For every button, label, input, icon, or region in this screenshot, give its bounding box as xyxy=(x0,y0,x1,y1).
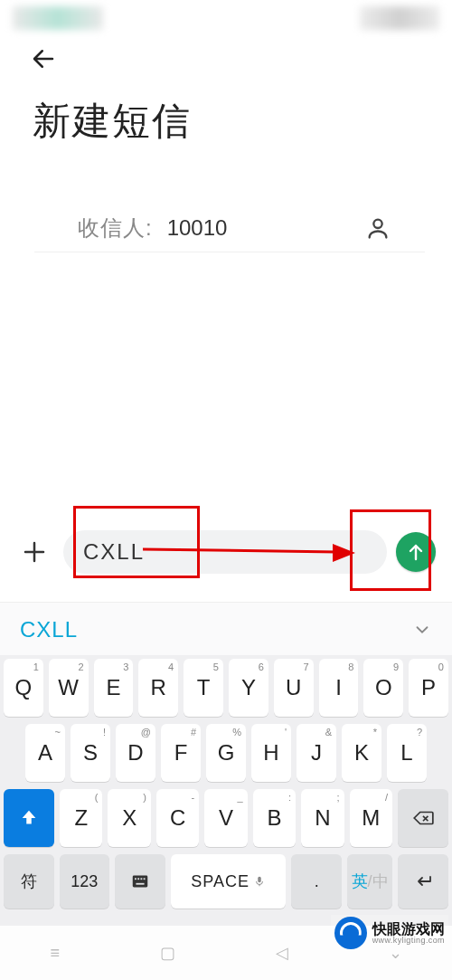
key-secondary: ) xyxy=(143,792,146,803)
key-t[interactable]: T5 xyxy=(184,659,223,717)
recipient-row: 收信人: 10010 xyxy=(34,170,425,252)
keyboard: Q1W2E3R4T5Y6U7I8O9P0 A~S!D@F#G%H'J&K*L? … xyxy=(0,655,452,926)
nav-bar xyxy=(0,36,452,81)
key-secondary: 8 xyxy=(348,661,353,672)
arrow-left-icon xyxy=(30,45,57,72)
key-k[interactable]: K* xyxy=(342,724,381,782)
shift-key[interactable] xyxy=(4,789,54,847)
key-secondary: * xyxy=(373,727,377,737)
status-left-blur xyxy=(13,6,103,30)
keyboard-switch-key[interactable] xyxy=(115,854,165,909)
add-attachment-button[interactable] xyxy=(14,532,54,572)
key-c[interactable]: C- xyxy=(156,789,199,847)
key-n[interactable]: N; xyxy=(301,789,344,847)
mic-icon xyxy=(253,875,266,888)
page-title: 新建短信 xyxy=(0,81,452,170)
key-m[interactable]: M/ xyxy=(350,789,392,847)
svg-point-0 xyxy=(373,220,381,228)
key-a[interactable]: A~ xyxy=(25,724,65,782)
nav-home[interactable]: ▢ xyxy=(160,943,175,963)
space-label: SPACE xyxy=(191,872,250,891)
key-secondary: # xyxy=(191,727,196,737)
key-secondary: 2 xyxy=(78,661,83,672)
key-secondary: - xyxy=(192,792,195,803)
key-p[interactable]: P0 xyxy=(409,659,448,717)
key-secondary: 5 xyxy=(213,661,219,672)
key-secondary: % xyxy=(232,727,241,737)
key-o[interactable]: O9 xyxy=(363,659,403,717)
key-secondary: ' xyxy=(285,727,287,737)
key-d[interactable]: D@ xyxy=(116,724,155,782)
key-f[interactable]: F# xyxy=(161,724,201,782)
svg-rect-6 xyxy=(140,878,142,880)
key-u[interactable]: U7 xyxy=(274,659,314,717)
watermark: 快眼游戏网 www.kyligting.com xyxy=(331,915,448,951)
key-secondary: _ xyxy=(238,792,243,803)
backspace-key[interactable] xyxy=(398,789,448,847)
watermark-name: 快眼游戏网 xyxy=(372,922,445,937)
enter-key[interactable] xyxy=(398,854,448,909)
key-secondary: 4 xyxy=(168,661,174,672)
svg-rect-4 xyxy=(135,878,137,880)
nav-back[interactable]: ◁ xyxy=(276,943,288,963)
plus-icon xyxy=(21,538,48,566)
key-e[interactable]: E3 xyxy=(94,659,134,717)
enter-icon xyxy=(412,871,434,892)
key-l[interactable]: L? xyxy=(387,724,427,782)
message-text: CXLL xyxy=(83,539,145,565)
svg-rect-7 xyxy=(144,878,146,880)
keyboard-row-1: Q1W2E3R4T5Y6U7I8O9P0 xyxy=(4,659,448,717)
keyboard-row-2: A~S!D@F#G%H'J&K*L? xyxy=(4,724,448,782)
key-secondary: & xyxy=(325,727,332,737)
key-s[interactable]: S! xyxy=(71,724,110,782)
suggestion-text[interactable]: CXLL xyxy=(20,617,412,642)
watermark-logo-icon xyxy=(334,917,367,949)
key-secondary: ? xyxy=(417,727,422,737)
space-key[interactable]: SPACE xyxy=(171,854,287,909)
key-secondary: 1 xyxy=(33,661,39,672)
suggestion-bar: CXLL xyxy=(0,602,452,656)
period-key[interactable]: . xyxy=(291,854,342,909)
key-v[interactable]: V_ xyxy=(204,789,247,847)
key-j[interactable]: J& xyxy=(297,724,336,782)
keyboard-row-4: 符 123 SPACE . 英/中 xyxy=(4,854,448,909)
recipient-input[interactable]: 10010 xyxy=(167,215,363,241)
key-secondary: / xyxy=(385,792,388,803)
numeric-key[interactable]: 123 xyxy=(60,854,110,909)
person-icon xyxy=(365,215,391,241)
symbol-key[interactable]: 符 xyxy=(4,854,54,909)
lang-active: 英 xyxy=(352,871,368,892)
svg-rect-8 xyxy=(136,883,144,885)
language-toggle-key[interactable]: 英/中 xyxy=(347,854,392,909)
watermark-url: www.kyligting.com xyxy=(372,937,445,945)
key-i[interactable]: I8 xyxy=(319,659,359,717)
nav-recent[interactable]: ≡ xyxy=(50,944,60,963)
status-right-blur xyxy=(360,6,439,30)
key-x[interactable]: X) xyxy=(108,789,150,847)
key-g[interactable]: G% xyxy=(206,724,246,782)
back-button[interactable] xyxy=(25,41,61,77)
key-q[interactable]: Q1 xyxy=(4,659,43,717)
key-b[interactable]: B: xyxy=(253,789,296,847)
key-z[interactable]: Z( xyxy=(60,789,102,847)
key-h[interactable]: H' xyxy=(251,724,291,782)
key-w[interactable]: W2 xyxy=(49,659,89,717)
message-input[interactable]: CXLL xyxy=(63,530,387,574)
key-secondary: @ xyxy=(141,727,151,737)
key-secondary: ! xyxy=(103,727,106,737)
key-y[interactable]: Y6 xyxy=(229,659,268,717)
arrow-up-icon xyxy=(405,541,427,563)
key-secondary: ~ xyxy=(55,727,61,737)
svg-rect-3 xyxy=(133,876,148,888)
lang-inactive: /中 xyxy=(368,871,389,892)
key-secondary: 9 xyxy=(393,661,399,672)
contacts-button[interactable] xyxy=(363,214,392,243)
key-r[interactable]: R4 xyxy=(138,659,178,717)
key-secondary: ; xyxy=(336,792,339,803)
compose-row: CXLL xyxy=(0,522,452,582)
backspace-icon xyxy=(411,806,435,830)
chevron-down-icon[interactable] xyxy=(412,620,432,640)
send-button[interactable] xyxy=(396,532,436,572)
keyboard-row-3: Z(X)C-V_B:N;M/ xyxy=(4,789,448,847)
key-secondary: 6 xyxy=(259,661,264,672)
